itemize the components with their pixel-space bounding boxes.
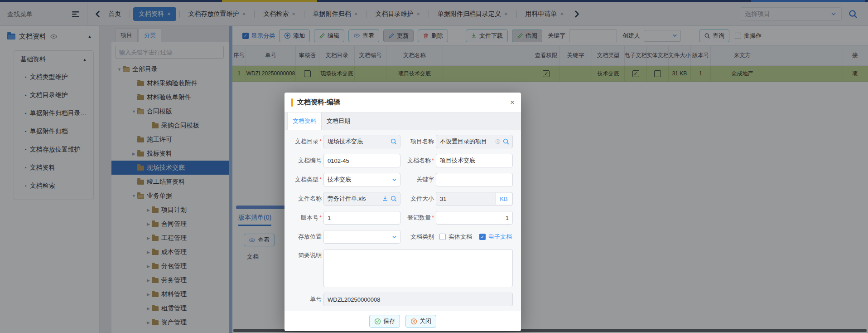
file-size-unit: KB [495, 193, 512, 205]
file-name-field[interactable] [323, 192, 400, 206]
register-qty-label: 登记数量* [406, 214, 434, 222]
dialog-tab-active[interactable]: 文档资料 [287, 113, 322, 130]
dialog-tab-inactive[interactable]: 文档日期 [322, 113, 355, 130]
file-size-label: 文件大小 [406, 195, 434, 203]
doc-catalog-field[interactable] [323, 135, 400, 148]
physical-doc-label: 实体文档 [448, 233, 472, 241]
file-name-label: 文件名称 [293, 195, 322, 203]
location-label: 存放位置 [293, 233, 322, 241]
chevron-down-icon [391, 234, 397, 240]
file-size-field: KB [436, 192, 513, 206]
bill-no-field [323, 293, 513, 306]
doc-no-label: 文档编号 [293, 157, 322, 165]
location-select[interactable] [323, 230, 400, 244]
search-icon[interactable] [502, 138, 510, 145]
version-field[interactable] [323, 211, 400, 225]
clear-icon[interactable] [495, 139, 501, 144]
version-label: 版本号* [293, 214, 322, 222]
bill-no-label: 单号 [293, 295, 322, 304]
title-marker-icon [291, 98, 293, 107]
doc-catalog-label: 文档目录* [293, 137, 322, 146]
edit-document-dialog: 文档资料-编辑 × 文档资料文档日期 文档目录* 项目名称 [285, 93, 521, 328]
physical-doc-checkbox[interactable] [439, 234, 446, 240]
doc-type-label: 文档类型* [293, 176, 322, 184]
doc-no-field[interactable] [323, 154, 400, 167]
dialog-footer: 保存 关闭 [285, 311, 521, 331]
doc-name-field[interactable] [436, 154, 513, 167]
doc-name-label: 文档名称* [406, 157, 434, 165]
chevron-down-icon [391, 177, 397, 183]
search-icon[interactable] [390, 195, 397, 202]
download-icon[interactable] [382, 196, 388, 202]
project-name-field[interactable] [436, 135, 513, 148]
electronic-doc-checkbox[interactable] [479, 234, 486, 240]
search-icon[interactable] [390, 138, 397, 145]
dialog-tabs: 文档资料文档日期 [285, 113, 521, 130]
keyword-field[interactable] [436, 173, 513, 186]
project-name-label: 项目名称 [406, 137, 434, 146]
electronic-doc-label: 电子文档 [488, 233, 512, 241]
x-circle-icon [410, 318, 417, 325]
register-qty-field[interactable] [436, 211, 513, 225]
doc-category-label: 文档类别 [406, 233, 434, 241]
brief-textarea[interactable] [323, 249, 513, 287]
dialog-form: 文档目录* 项目名称 文档编号 [285, 130, 521, 311]
check-circle-icon [374, 318, 381, 325]
dialog-titlebar: 文档资料-编辑 × [285, 93, 521, 113]
close-button[interactable]: 关闭 [405, 315, 436, 328]
doc-type-select[interactable] [323, 173, 400, 186]
dialog-close-icon[interactable]: × [510, 98, 515, 106]
dialog-title: 文档资料-编辑 [297, 98, 340, 107]
keyword-label: 关键字 [406, 176, 434, 184]
save-button[interactable]: 保存 [369, 315, 400, 328]
brief-label: 简要说明 [293, 249, 322, 260]
